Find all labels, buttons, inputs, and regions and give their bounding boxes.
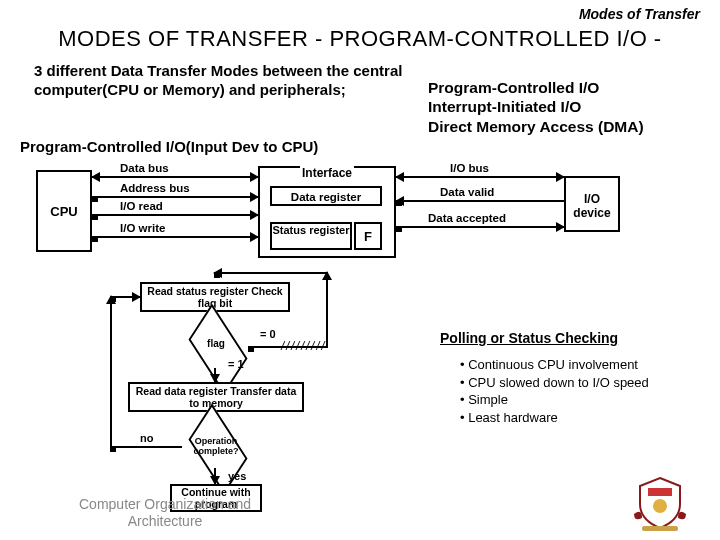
io-device-box: I/O device	[564, 176, 620, 232]
io-write-line	[92, 236, 258, 238]
intro-text: 3 different Data Transfer Modes between …	[34, 62, 434, 100]
fc-no-up	[110, 296, 112, 448]
address-bus-label: Address bus	[120, 182, 190, 194]
data-accepted-label: Data accepted	[428, 212, 506, 224]
data-valid-line	[396, 200, 564, 202]
fc-eq0: = 0	[260, 328, 276, 340]
flag-f: F	[354, 222, 382, 250]
fc-read-data: Read data register Transfer data to memo…	[128, 382, 304, 412]
mode-3: Direct Memory Access (DMA)	[428, 117, 644, 136]
bullet-3: • Simple	[460, 391, 649, 409]
io-read-label: I/O read	[120, 200, 163, 212]
fc-no: no	[140, 432, 153, 444]
subheading: Program-Controlled I/O(Input Dev to CPU)	[20, 138, 318, 155]
data-register: Data register	[270, 186, 382, 206]
svg-point-0	[653, 499, 667, 513]
header-topic: Modes of Transfer	[579, 6, 700, 22]
io-read-line	[92, 214, 258, 216]
cpu-box: CPU	[36, 170, 92, 252]
mode-1: Program-Controlled I/O	[428, 78, 644, 97]
slide-title: MODES OF TRANSFER - PROGRAM-CONTROLLED I…	[0, 26, 720, 52]
svg-rect-1	[642, 526, 678, 531]
crest-icon	[628, 474, 692, 532]
fc-no-left	[110, 446, 182, 448]
io-device-label: I/O device	[573, 192, 610, 220]
bullet-1: • Continuous CPU involvement	[460, 356, 649, 374]
fc-loop-right	[248, 346, 328, 348]
fc-op-label: Operation complete?	[178, 436, 254, 456]
polling-bullets: • Continuous CPU involvement • CPU slowe…	[460, 356, 649, 426]
fc-loop-back	[214, 272, 328, 274]
fc-no-in	[110, 296, 140, 298]
footer-text: Computer Organization and Architecture	[60, 496, 270, 530]
fc-loop-up	[326, 272, 328, 348]
modes-list: Program-Controlled I/O Interrupt-Initiat…	[428, 78, 644, 136]
polling-title: Polling or Status Checking	[440, 330, 618, 346]
data-bus-line	[92, 176, 258, 178]
data-bus-label: Data bus	[120, 162, 169, 174]
fc-yes: yes	[228, 470, 246, 482]
fc-flag-label: flag	[178, 338, 254, 349]
address-bus-line	[92, 196, 258, 198]
bullet-4: • Least hardware	[460, 409, 649, 427]
data-valid-label: Data valid	[440, 186, 494, 198]
fc-arrow-2	[214, 368, 216, 382]
fc-op-complete: Operation complete?	[178, 420, 254, 474]
io-bus-label: I/O bus	[450, 162, 489, 174]
status-register: Status register	[270, 222, 352, 250]
fc-eq1: = 1	[228, 358, 244, 370]
data-accepted-line	[396, 226, 564, 228]
io-write-label: I/O write	[120, 222, 165, 234]
fc-arrow-4	[214, 468, 216, 484]
bullet-2: • CPU slowed down to I/O speed	[460, 374, 649, 392]
mode-2: Interrupt-Initiated I/O	[428, 97, 644, 116]
io-bus-line	[396, 176, 564, 178]
interface-label: Interface	[300, 166, 354, 180]
